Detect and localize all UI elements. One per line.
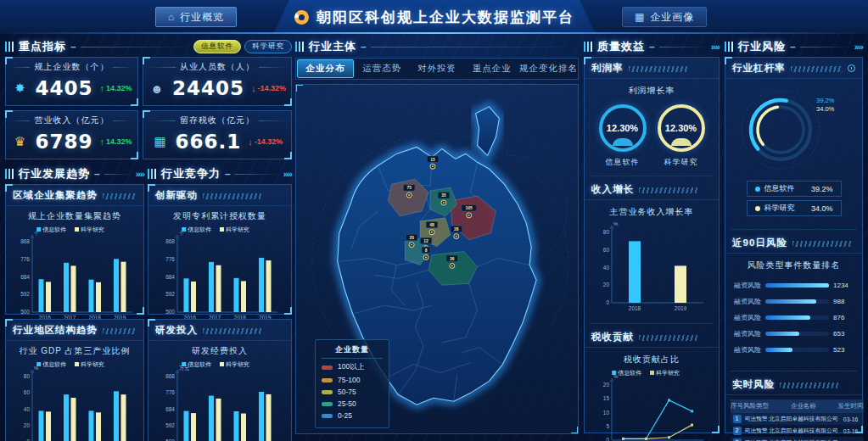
tab-规企变化排名[interactable]: 规企变化排名 <box>519 59 578 79</box>
svg-text:39.2%: 39.2% <box>816 97 835 104</box>
nav-enterprise-profile[interactable]: ▦ 企业画像 <box>622 7 707 27</box>
risk-type-label: 融资风险 <box>734 281 761 290</box>
regional-cluster-subtitle: 区域企业集聚趋势 <box>13 189 98 202</box>
risk-rank-row[interactable]: 融资风险988 <box>734 297 854 306</box>
industry-badge[interactable]: 信息软件 <box>193 40 241 53</box>
hatch-decoration <box>791 66 843 72</box>
risk-type-cell: 司法预警 <box>743 425 769 437</box>
risk-count: 988 <box>833 298 854 305</box>
gauge-label: 信息软件 <box>599 157 647 168</box>
hatch-decoration <box>792 241 852 247</box>
tab-运营态势[interactable]: 运营态势 <box>355 59 410 79</box>
info-icon[interactable] <box>848 64 855 72</box>
risk-type-label: 融资风险 <box>734 297 761 306</box>
stat-card: 留存税收（亿元） ▦ 666.1 ↓ -14.32% <box>143 110 292 159</box>
risk-rank-row[interactable]: 融资风险1234 <box>734 281 854 290</box>
leverage-legend-row: 科学研究34.0% <box>747 200 842 216</box>
svg-text:个: 个 <box>33 231 39 236</box>
industry-trend-header: 行业发展趋势 – »» <box>5 166 144 181</box>
legend-label: 50-75 <box>338 388 356 396</box>
svg-text:868: 868 <box>165 238 175 244</box>
more-arrows-icon[interactable]: »» <box>854 42 863 52</box>
enterprise-cluster-bar-chart: 信息软件科学研究500592684776868个2016201720182019 <box>10 223 139 323</box>
bar-fill <box>765 348 792 352</box>
svg-text:60: 60 <box>24 389 31 395</box>
more-arrows-icon[interactable]: »» <box>283 169 292 179</box>
equalizer-icon <box>725 42 734 52</box>
innovation-subtitle: 创新驱动 <box>155 189 198 202</box>
map-legend-row: 100以上 <box>322 362 383 372</box>
industry-subject-header: 行业主体 – <box>295 39 579 54</box>
tab-企业分布[interactable]: 企业分布 <box>297 59 354 78</box>
svg-text:592: 592 <box>165 422 175 428</box>
income-growth-bar-chart: 020406080%20182019 <box>590 219 710 314</box>
enterprise-icon: ✸ <box>11 81 28 96</box>
bar-track <box>765 283 829 287</box>
bar-track <box>765 315 829 320</box>
svg-text:%: % <box>613 374 619 379</box>
stat-value: 6789 <box>35 131 92 153</box>
svg-text:%: % <box>613 221 619 226</box>
map-marker[interactable]: 8 <box>422 247 430 260</box>
legend-swatch <box>322 378 333 382</box>
svg-text:信息软件: 信息软件 <box>188 226 211 233</box>
tax-contribution-subtitle: 税收贡献 <box>591 331 634 343</box>
bar-track <box>765 332 829 336</box>
table-header-row: 序号风险类型企业名称发生时间 <box>731 399 864 413</box>
stat-card-grid: 规上企业数（个） ✸ 4405 ↑ 14.32% 从业人员数（人） ☻ 2440… <box>5 57 292 159</box>
legend-swatch <box>322 414 333 418</box>
equalizer-icon <box>148 169 157 179</box>
legend-dot <box>755 187 760 192</box>
industry-badge[interactable]: 科学研究 <box>244 40 292 53</box>
svg-text:信息软件: 信息软件 <box>188 361 211 368</box>
patent-bar-chart: 信息软件科学研究500592684776868个2016201720182019 <box>155 223 284 323</box>
table-row[interactable]: 2司法预警北京启阳卓越科技有限公司03-16 <box>731 425 864 437</box>
leverage-subtitle: 行业杠杆率 <box>732 62 786 75</box>
tax-icon: ▦ <box>152 134 169 149</box>
equalizer-icon <box>5 169 14 179</box>
legend-name: 科学研究 <box>764 203 795 214</box>
tax-contribution-line-chart: 信息软件科学研究05101520%2016201720182019 <box>590 366 710 441</box>
regional-structure-subtitle: 行业地区结构趋势 <box>13 324 98 337</box>
chart-title: 税收贡献占比 <box>590 349 714 366</box>
legend-name: 信息软件 <box>764 183 795 194</box>
stat-label: 从业人员数（人） <box>180 61 255 73</box>
risk-rank-row[interactable]: 融资风险876 <box>734 313 854 322</box>
chart-title: 利润增长率 <box>590 81 714 98</box>
svg-text:868: 868 <box>20 238 30 244</box>
svg-text:684: 684 <box>165 274 175 280</box>
stat-label: 规上企业数（个） <box>34 61 109 73</box>
gauge-value: 12.30% <box>665 123 697 133</box>
time-cell: 03-16 <box>838 425 864 437</box>
svg-text:0: 0 <box>606 299 609 305</box>
svg-text:信息软件: 信息软件 <box>618 370 641 377</box>
bar-fill <box>765 283 829 287</box>
profit-gauge: 12.30%科学研究 <box>658 104 705 168</box>
table-row[interactable]: 3司法预警北京启阳卓越科技有限公司03-16 <box>731 437 864 441</box>
table-header-cell: 企业名称 <box>769 399 838 413</box>
risk-rank-row[interactable]: 融资风险653 <box>734 329 854 338</box>
nav-industry-overview-label: 行业概览 <box>180 10 224 25</box>
svg-text:2019: 2019 <box>675 305 687 311</box>
svg-text:科学研究: 科学研究 <box>226 361 249 368</box>
more-arrows-icon[interactable]: »» <box>711 42 720 52</box>
tab-对外投资[interactable]: 对外投资 <box>410 59 465 79</box>
industry-risk-header: 行业风险 – »» <box>725 39 863 54</box>
tab-重点企业[interactable]: 重点企业 <box>464 59 519 79</box>
risk-type-label: 融资风险 <box>734 345 761 354</box>
nav-industry-overview[interactable]: ⌂ 行业概览 <box>155 7 237 27</box>
legend-label: 100以上 <box>338 362 364 372</box>
risk-rank-row[interactable]: 融资风险523 <box>734 345 854 354</box>
chart-title: 风险类型事件数量排名 <box>731 255 857 272</box>
map-tabs: 企业分布运营态势对外投资重点企业规企变化排名 <box>295 58 579 80</box>
more-arrows-icon[interactable]: »» <box>136 169 144 179</box>
industry-trend-panel: 行业发展趋势 – »» 区域企业集聚趋势 规上企业数量集聚趋势 信息软件科学研究… <box>5 166 144 436</box>
hatch-decoration <box>103 328 137 334</box>
hatch-decoration <box>639 187 698 193</box>
gdp-ratio-bar-chart: 信息软件科学研究020406080%2016201720182019 <box>10 358 139 441</box>
equalizer-icon <box>295 42 305 52</box>
svg-text:684: 684 <box>20 274 30 280</box>
table-row[interactable]: 1司法预警北京启阳卓越科技有限公司03-16 <box>731 413 864 425</box>
legend-label: 25-50 <box>338 399 356 408</box>
company-cell: 北京启阳卓越科技有限公司 <box>769 425 838 437</box>
